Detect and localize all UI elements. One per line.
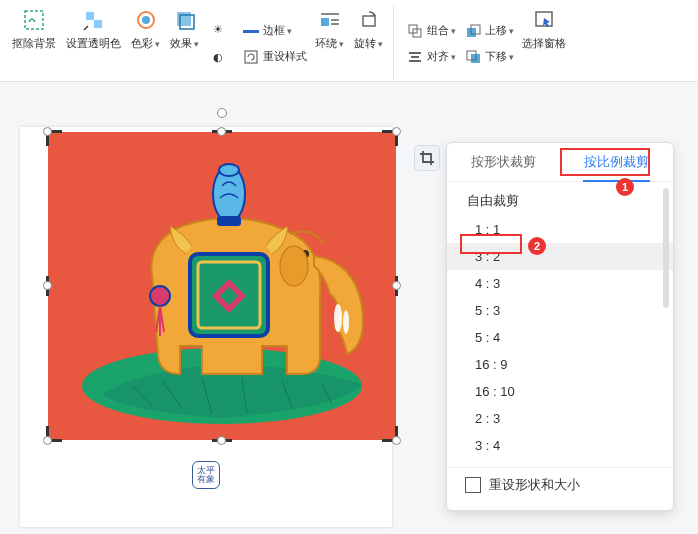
item-ratio-2-3[interactable]: 2 : 3 [447,405,673,432]
list-scrollbar[interactable] [663,188,669,308]
chevron-down-icon: ▾ [339,39,344,49]
chevron-down-icon: ▾ [194,39,199,49]
document-page: 太平有象 [20,127,392,527]
chevron-down-icon: ▾ [509,26,514,36]
item-ratio-16-9[interactable]: 16 : 9 [447,351,673,378]
svg-point-32 [343,310,349,334]
rotate-handle[interactable] [217,108,227,118]
border-icon [242,22,260,40]
send-backward-icon [464,48,482,66]
svg-rect-17 [411,56,419,58]
reset-icon [242,48,260,66]
selected-image[interactable] [48,132,396,440]
svg-rect-13 [363,16,375,26]
svg-point-40 [219,164,239,176]
bring-forward-icon [464,22,482,40]
group-icon [406,22,424,40]
svg-point-34 [280,246,308,286]
chevron-down-icon: ▾ [451,26,456,36]
resize-handle-br[interactable] [392,436,401,445]
svg-rect-16 [409,52,421,54]
caption-stamp: 太平有象 [192,461,220,489]
contrast-button[interactable]: ◐ [205,47,234,69]
border-button[interactable]: 边框▾ [238,20,311,42]
item-ratio-4-3[interactable]: 4 : 3 [447,270,673,297]
svg-rect-2 [94,20,102,28]
svg-rect-9 [321,13,339,15]
item-ratio-5-3[interactable]: 5 : 3 [447,297,673,324]
chevron-down-icon: ▾ [451,52,456,62]
chevron-down-icon: ▾ [287,26,292,36]
svg-rect-11 [331,19,339,21]
resize-handle-tr[interactable] [392,127,401,136]
svg-rect-39 [217,216,241,226]
item-ratio-16-10[interactable]: 16 : 10 [447,378,673,405]
canvas-area: 太平有象 按形状裁剪 按比例裁剪 自由裁剪 1 : 1 3 : 2 4 : 3 … [0,82,698,534]
annotation-box-1 [560,148,650,176]
svg-point-31 [334,304,342,332]
ribbon-toolbar: 抠除背景 设置透明色 色彩▾ 效果▾ ☀ ◐ 边框▾ 重设样式 环绕▾ 旋转▾ … [0,0,698,82]
rotate-button[interactable]: 旋转▾ [350,6,394,81]
svg-rect-1 [86,12,94,20]
chevron-down-icon: ▾ [378,39,383,49]
resize-handle-tl[interactable] [43,127,52,136]
sun-icon: ☀ [209,21,227,39]
select-pane-icon [530,6,558,34]
item-ratio-3-4[interactable]: 3 : 4 [447,432,673,459]
reset-style-button[interactable]: 重设样式 [238,46,311,68]
crop-floating-button[interactable] [414,145,440,171]
tab-crop-by-shape[interactable]: 按形状裁剪 [447,143,560,181]
annotation-box-2 [460,234,522,254]
chevron-down-icon: ▾ [155,39,160,49]
align-button[interactable]: 对齐▾ [402,46,460,68]
contrast-icon: ◐ [209,49,227,67]
resize-handle-left[interactable] [43,281,52,290]
set-transparent-button[interactable]: 设置透明色 [62,6,125,81]
resize-handle-bottom[interactable] [217,436,226,445]
color-icon [132,6,160,34]
effect-button[interactable]: 效果▾ [166,6,203,81]
move-up-button[interactable]: 上移▾ [460,20,518,42]
item-free-crop[interactable]: 自由裁剪 [447,186,673,216]
combine-button[interactable]: 组合▾ [402,20,460,42]
svg-point-37 [150,286,170,306]
item-ratio-5-4[interactable]: 5 : 4 [447,324,673,351]
remove-bg-icon [20,6,48,34]
resize-handle-bl[interactable] [43,436,52,445]
reset-shape-icon [465,477,481,493]
svg-rect-18 [409,60,421,62]
image-content [48,132,396,440]
select-pane-button[interactable]: 选择窗格 [518,6,570,81]
chevron-down-icon: ▾ [509,52,514,62]
brightness-button[interactable]: ☀ [205,19,234,41]
transparent-icon [80,6,108,34]
rotate-icon [355,6,383,34]
svg-rect-7 [243,30,259,33]
resize-handle-top[interactable] [217,127,226,136]
remove-background-button[interactable]: 抠除背景 [8,6,60,81]
crop-icon [419,150,435,166]
svg-rect-5 [177,12,191,26]
effect-icon [171,6,199,34]
annotation-badge-2: 2 [528,237,546,255]
color-button[interactable]: 色彩▾ [127,6,164,81]
move-down-button[interactable]: 下移▾ [460,46,518,68]
align-icon [406,48,424,66]
svg-rect-10 [321,18,329,26]
wrap-button[interactable]: 环绕▾ [311,6,348,81]
reset-shape-size-button[interactable]: 重设形状和大小 [447,467,673,502]
resize-handle-right[interactable] [392,281,401,290]
svg-point-4 [142,16,150,24]
crop-popup: 按形状裁剪 按比例裁剪 自由裁剪 1 : 1 3 : 2 4 : 3 5 : 3… [446,142,674,511]
svg-rect-8 [245,51,257,63]
wrap-icon [316,6,344,34]
annotation-badge-1: 1 [616,178,634,196]
ratio-list: 自由裁剪 1 : 1 3 : 2 4 : 3 5 : 3 5 : 4 16 : … [447,182,673,463]
svg-rect-12 [331,23,339,25]
